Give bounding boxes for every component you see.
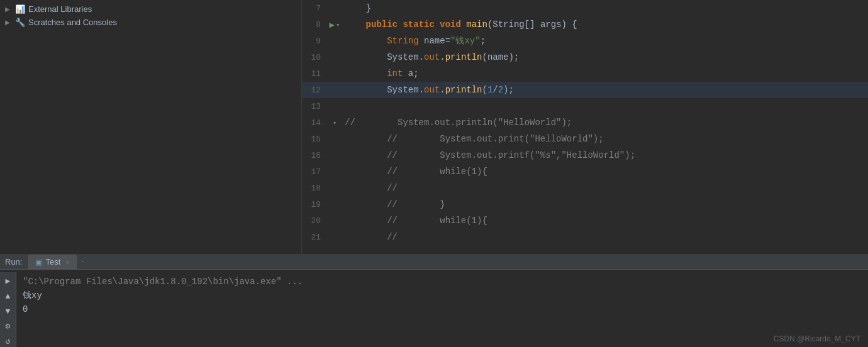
code-content-14: // System.out.println("HelloWorld"); <box>342 118 868 128</box>
code-line-14: 14 ▾ // System.out.println("HelloWorld")… <box>302 114 868 131</box>
code-content-21: // <box>342 232 868 242</box>
run-tab-bar: Run: ▣ Test × · <box>0 255 868 270</box>
console-output: ▶ ▲ ▼ ⚙ ↺ "C:\Program Files\Java\jdk1.8.… <box>0 270 868 347</box>
main-area: ▶ 📊 External Libraries ▶ 🔧 Scratches and… <box>0 0 868 254</box>
code-line-21: 21 // <box>302 229 868 245</box>
scroll-up-button[interactable]: ▲ <box>2 290 14 302</box>
run-tab-label: Test <box>45 257 60 267</box>
run-tab-test[interactable]: ▣ Test × <box>28 255 76 269</box>
external-libraries-icon: 📊 <box>15 4 25 14</box>
code-content-15: // System.out.print("HelloWorld"); <box>342 134 868 144</box>
scratches-label: Scratches and Consoles <box>28 18 117 27</box>
bottom-panel: Run: ▣ Test × · ▶ ▲ ▼ ⚙ ↺ "C:\Program Fi… <box>0 254 868 347</box>
code-line-15: 15 // System.out.print("HelloWorld"); <box>302 131 868 147</box>
code-content-11: int a; <box>342 69 868 79</box>
arrow-icon-scratch: ▶ <box>5 19 14 26</box>
scroll-down-button[interactable]: ▼ <box>2 305 14 317</box>
line-num-20: 20 <box>302 216 327 226</box>
code-content-10: System.out.println(name); <box>342 52 868 62</box>
external-libraries-label: External Libraries <box>28 4 92 14</box>
settings-button[interactable]: ⚙ <box>2 320 14 333</box>
line-num-17: 17 <box>302 167 327 177</box>
run-label: Run: <box>5 257 22 267</box>
console-text-area: "C:\Program Files\Java\jdk1.8.0_192\bin\… <box>16 272 868 347</box>
code-content-18: // <box>342 183 868 193</box>
line-num-18: 18 <box>302 184 327 193</box>
line-num-9: 9 <box>302 36 327 46</box>
line-num-13: 13 <box>302 102 327 111</box>
code-line-10: 10 System.out.println(name); <box>302 49 868 65</box>
line-num-11: 11 <box>302 69 327 79</box>
dot-separator: · <box>81 257 86 267</box>
code-line-18: 18 // <box>302 180 868 196</box>
code-line-7: 7 } <box>302 0 868 16</box>
fold-icon-14[interactable]: ▾ <box>333 119 337 127</box>
line-num-8: 8 <box>302 20 327 30</box>
code-line-16: 16 // System.out.printf("%s","HelloWorld… <box>302 147 868 163</box>
fold-icon-8[interactable]: ▾ <box>336 21 340 29</box>
console-line-2: 0 <box>23 302 862 316</box>
run-button-8[interactable]: ▶ <box>329 19 334 30</box>
line-num-10: 10 <box>302 53 327 62</box>
code-line-12: 12 System.out.println(1/2); <box>302 82 868 98</box>
gutter-14[interactable]: ▾ <box>327 119 342 127</box>
code-line-13: 13 <box>302 98 868 114</box>
line-num-14: 14 <box>302 118 327 128</box>
line-num-12: 12 <box>302 85 327 95</box>
code-lines: 7 } 8 ▶ ▾ public static void main(String… <box>302 0 868 245</box>
line-num-7: 7 <box>302 4 327 13</box>
code-content-12: System.out.println(1/2); <box>342 85 868 95</box>
sidebar: ▶ 📊 External Libraries ▶ 🔧 Scratches and… <box>0 0 302 254</box>
line-num-15: 15 <box>302 135 327 144</box>
code-content-20: // while(1){ <box>342 216 868 226</box>
code-line-19: 19 // } <box>302 196 868 212</box>
code-content-19: // } <box>342 199 868 209</box>
watermark: CSDN @Ricardo_M_CYT <box>774 334 860 343</box>
code-content-16: // System.out.printf("%s","HelloWorld"); <box>342 150 868 160</box>
tab-console-icon: ▣ <box>35 258 42 267</box>
line-num-21: 21 <box>302 233 327 242</box>
line-num-19: 19 <box>302 200 327 209</box>
code-content-8: public static void main(String[] args) { <box>342 19 868 30</box>
code-line-11: 11 int a; <box>302 65 868 82</box>
code-content-17: // while(1){ <box>342 167 868 177</box>
code-content-9: String name="钱xy"; <box>342 35 868 47</box>
gutter-8[interactable]: ▶ ▾ <box>327 19 342 30</box>
code-line-17: 17 // while(1){ <box>302 163 868 180</box>
close-tab-button[interactable]: × <box>65 258 69 266</box>
code-content-7: } <box>342 3 868 13</box>
console-line-0: "C:\Program Files\Java\jdk1.8.0_192\bin\… <box>23 275 862 289</box>
line-num-16: 16 <box>302 151 327 160</box>
rerun-button[interactable]: ↺ <box>2 335 14 347</box>
console-side-buttons: ▶ ▲ ▼ ⚙ ↺ <box>0 272 16 347</box>
sidebar-item-scratches[interactable]: ▶ 🔧 Scratches and Consoles <box>0 16 301 29</box>
code-line-20: 20 // while(1){ <box>302 212 868 229</box>
scratches-icon: 🔧 <box>15 18 25 27</box>
code-line-9: 9 String name="钱xy"; <box>302 33 868 49</box>
code-line-8: 8 ▶ ▾ public static void main(String[] a… <box>302 16 868 33</box>
arrow-icon-ext: ▶ <box>5 6 14 13</box>
sidebar-item-external-libraries[interactable]: ▶ 📊 External Libraries <box>0 3 301 16</box>
console-line-1: 钱xy <box>23 289 862 302</box>
run-again-button[interactable]: ▶ <box>2 275 14 287</box>
editor-area[interactable]: 7 } 8 ▶ ▾ public static void main(String… <box>302 0 868 254</box>
